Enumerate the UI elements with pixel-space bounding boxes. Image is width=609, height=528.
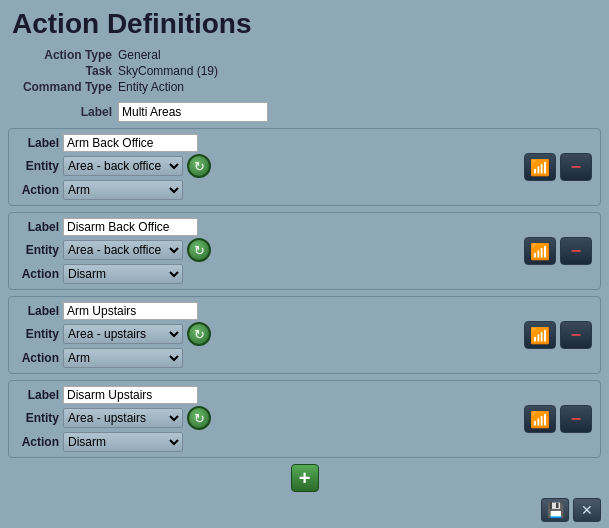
card-1-action-select[interactable]: ArmDisarm — [63, 180, 183, 200]
card-4-refresh-button[interactable]: ↻ — [187, 406, 211, 430]
card-4-action-select[interactable]: ArmDisarm — [63, 432, 183, 452]
card-3-remove-button[interactable]: − — [560, 321, 592, 349]
signal-icon: 📶 — [530, 158, 550, 177]
card-1-entity-text: Entity — [17, 159, 59, 173]
card-4: Label Entity Area - upstairs ↻ Action Ar… — [8, 380, 601, 458]
signal-icon: 📶 — [530, 242, 550, 261]
card-1-label-input[interactable] — [63, 134, 198, 152]
card-3-action-row: Action ArmDisarm — [17, 348, 592, 368]
card-2-remove-button[interactable]: − — [560, 237, 592, 265]
card-3: Label Entity Area - upstairs ↻ Action Ar… — [8, 296, 601, 374]
card-3-label-row: Label — [17, 302, 592, 320]
cards-container: Label Entity Area - back office ↻ Action… — [0, 128, 609, 458]
card-2-label-text: Label — [17, 220, 59, 234]
card-2-refresh-button[interactable]: ↻ — [187, 238, 211, 262]
card-1-action-text: Action — [17, 183, 59, 197]
card-2-entity-text: Entity — [17, 243, 59, 257]
minus-icon: − — [571, 242, 582, 260]
card-1-label-text: Label — [17, 136, 59, 150]
card-2: Label Entity Area - back office ↻ Action… — [8, 212, 601, 290]
card-4-label-row: Label — [17, 386, 592, 404]
add-button[interactable]: + — [291, 464, 319, 492]
card-4-entity-select[interactable]: Area - upstairs — [63, 408, 183, 428]
bottom-toolbar: 💾 ✕ — [541, 498, 601, 522]
card-3-label-input[interactable] — [63, 302, 198, 320]
card-1-label-row: Label — [17, 134, 592, 152]
signal-icon: 📶 — [530, 326, 550, 345]
card-1-action-row: Action ArmDisarm — [17, 180, 592, 200]
card-2-label-row: Label — [17, 218, 592, 236]
card-4-signal-button[interactable]: 📶 — [524, 405, 556, 433]
minus-icon: − — [571, 326, 582, 344]
save-button[interactable]: 💾 — [541, 498, 569, 522]
card-2-label-input[interactable] — [63, 218, 198, 236]
meta-section: Action Type General Task SkyCommand (19)… — [0, 46, 609, 102]
card-1-signal-button[interactable]: 📶 — [524, 153, 556, 181]
card-4-label-input[interactable] — [63, 386, 198, 404]
card-1-remove-button[interactable]: − — [560, 153, 592, 181]
card-2-entity-row: Entity Area - back office ↻ — [17, 238, 592, 262]
card-4-action-text: Action — [17, 435, 59, 449]
card-2-action-text: Action — [17, 267, 59, 281]
card-2-action-select[interactable]: ArmDisarm — [63, 264, 183, 284]
card-3-action-text: Action — [17, 351, 59, 365]
add-btn-container: + — [0, 464, 609, 492]
card-3-right-buttons: 📶 − — [524, 321, 592, 349]
card-4-right-buttons: 📶 − — [524, 405, 592, 433]
card-4-entity-row: Entity Area - upstairs ↻ — [17, 406, 592, 430]
card-2-signal-button[interactable]: 📶 — [524, 237, 556, 265]
card-1-entity-row: Entity Area - back office ↻ — [17, 154, 592, 178]
card-2-action-row: Action ArmDisarm — [17, 264, 592, 284]
card-2-right-buttons: 📶 − — [524, 237, 592, 265]
card-4-action-row: Action ArmDisarm — [17, 432, 592, 452]
minus-icon: − — [571, 158, 582, 176]
command-type-label: Command Type — [12, 80, 112, 94]
card-1: Label Entity Area - back office ↻ Action… — [8, 128, 601, 206]
main-label-label: Label — [12, 105, 112, 119]
main-label-input[interactable] — [118, 102, 268, 122]
card-1-refresh-button[interactable]: ↻ — [187, 154, 211, 178]
card-4-entity-text: Entity — [17, 411, 59, 425]
card-3-entity-text: Entity — [17, 327, 59, 341]
task-value: SkyCommand (19) — [118, 64, 218, 78]
card-3-refresh-button[interactable]: ↻ — [187, 322, 211, 346]
card-3-entity-row: Entity Area - upstairs ↻ — [17, 322, 592, 346]
close-button[interactable]: ✕ — [573, 498, 601, 522]
task-label: Task — [12, 64, 112, 78]
action-type-value: General — [118, 48, 161, 62]
command-type-value: Entity Action — [118, 80, 184, 94]
card-3-entity-select[interactable]: Area - upstairs — [63, 324, 183, 344]
card-3-action-select[interactable]: ArmDisarm — [63, 348, 183, 368]
minus-icon: − — [571, 410, 582, 428]
card-4-label-text: Label — [17, 388, 59, 402]
card-2-entity-select[interactable]: Area - back office — [63, 240, 183, 260]
card-3-label-text: Label — [17, 304, 59, 318]
card-3-signal-button[interactable]: 📶 — [524, 321, 556, 349]
signal-icon: 📶 — [530, 410, 550, 429]
action-type-label: Action Type — [12, 48, 112, 62]
card-1-right-buttons: 📶 − — [524, 153, 592, 181]
main-label-row: Label — [0, 102, 609, 122]
page-title: Action Definitions — [0, 0, 609, 46]
card-4-remove-button[interactable]: − — [560, 405, 592, 433]
card-1-entity-select[interactable]: Area - back office — [63, 156, 183, 176]
